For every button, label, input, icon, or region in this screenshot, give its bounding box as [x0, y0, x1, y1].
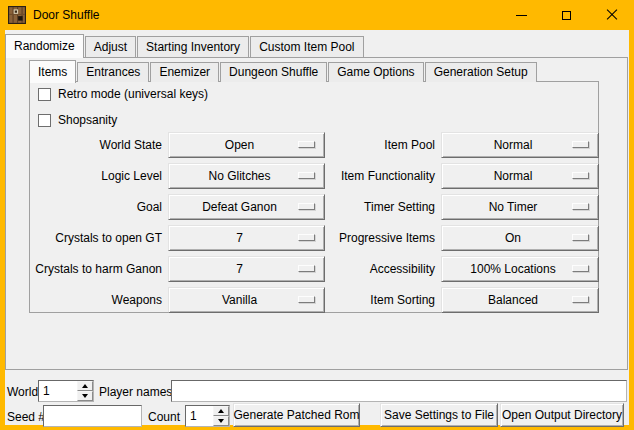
dropdown-value: Open [225, 138, 268, 152]
titlebar[interactable]: Door Shuffle [0, 0, 634, 30]
count-spin-up-button[interactable] [213, 406, 229, 416]
item-sorting-label: Item Sorting [331, 287, 435, 313]
spin-up-icon [218, 409, 224, 413]
worlds-spin-up-button[interactable] [77, 381, 93, 391]
window-title: Door Shuffle [33, 8, 100, 22]
timer-setting-dropdown[interactable]: No Timer [441, 194, 599, 220]
tab-generation-setup[interactable]: Generation Setup [425, 62, 537, 82]
menu-indicator-icon [572, 265, 589, 272]
retro-mode-checkbox[interactable]: Retro mode (universal keys) [38, 87, 208, 101]
checkbox-label: Retro mode (universal keys) [58, 87, 208, 101]
tab-adjust[interactable]: Adjust [85, 36, 136, 57]
menu-indicator-icon [298, 234, 315, 241]
world-state-dropdown[interactable]: Open [168, 132, 325, 158]
menu-indicator-icon [572, 296, 589, 303]
menu-indicator-icon [298, 141, 315, 148]
item-functionality-dropdown[interactable]: Normal [441, 163, 599, 189]
worlds-spin-buttons [77, 381, 93, 401]
checkbox-icon [38, 114, 51, 127]
maximize-icon [562, 11, 571, 20]
logic-level-label: Logic Level [30, 163, 162, 189]
accessibility-label: Accessibility [331, 256, 435, 282]
count-label: Count [148, 410, 180, 424]
inner-tab-bar: Items Entrances Enemizer Dungeon Shuffle… [29, 59, 538, 82]
count-spin-buttons [213, 406, 229, 426]
goal-label: Goal [30, 194, 162, 220]
door-icon [8, 6, 26, 24]
tab-randomize[interactable]: Randomize [5, 34, 84, 58]
world-state-label: World State [30, 132, 162, 158]
options-grid: World State Open Item Pool Normal Logic … [30, 132, 599, 313]
spin-up-icon [82, 384, 88, 388]
menu-indicator-icon [572, 141, 589, 148]
shopsanity-checkbox[interactable]: Shopsanity [38, 113, 117, 127]
outer-tab-bar: Randomize Adjust Starting Inventory Cust… [5, 33, 365, 57]
progressive-items-dropdown[interactable]: On [441, 225, 599, 251]
count-spin-down-button[interactable] [213, 416, 229, 426]
door-shuffle-window: Door Shuffle Randomize Adjust Starting I… [0, 0, 634, 430]
menu-indicator-icon [298, 265, 315, 272]
tab-game-options[interactable]: Game Options [328, 62, 423, 82]
crystals-open-gt-label: Crystals to open GT [30, 225, 162, 251]
open-output-directory-button[interactable]: Open Output Directory [500, 403, 624, 427]
menu-indicator-icon [298, 172, 315, 179]
weapons-label: Weapons [30, 287, 162, 313]
tab-enemizer[interactable]: Enemizer [150, 62, 219, 82]
close-icon [606, 9, 618, 21]
dropdown-value: 100% Locations [470, 262, 569, 276]
close-button[interactable] [589, 0, 634, 30]
randomize-panel: Items Entrances Enemizer Dungeon Shuffle… [5, 57, 628, 370]
seed-label: Seed # [7, 410, 45, 424]
weapons-dropdown[interactable]: Vanilla [168, 287, 325, 313]
tab-starting-inventory[interactable]: Starting Inventory [137, 36, 249, 57]
generate-patched-rom-button[interactable]: Generate Patched Rom [233, 403, 360, 427]
accessibility-dropdown[interactable]: 100% Locations [441, 256, 599, 282]
window-controls [499, 0, 634, 30]
player-names-label: Player names [99, 385, 172, 399]
logic-level-dropdown[interactable]: No Glitches [168, 163, 325, 189]
tab-items[interactable]: Items [29, 60, 76, 83]
item-functionality-label: Item Functionality [331, 163, 435, 189]
item-pool-label: Item Pool [331, 132, 435, 158]
crystals-harm-ganon-dropdown[interactable]: 7 [168, 256, 325, 282]
window-content: Randomize Adjust Starting Inventory Cust… [5, 30, 629, 425]
progressive-items-label: Progressive Items [331, 225, 435, 251]
item-pool-dropdown[interactable]: Normal [441, 132, 599, 158]
dropdown-value: No Timer [489, 200, 552, 214]
minimize-icon [516, 15, 527, 16]
dropdown-value: Normal [494, 138, 547, 152]
worlds-input[interactable] [39, 381, 77, 401]
dropdown-value: Balanced [488, 293, 552, 307]
crystals-open-gt-dropdown[interactable]: 7 [168, 225, 325, 251]
seed-input[interactable] [43, 405, 142, 427]
minimize-button[interactable] [499, 0, 544, 30]
dropdown-value: Defeat Ganon [202, 200, 291, 214]
checkbox-icon [38, 88, 51, 101]
worlds-spin-down-button[interactable] [77, 391, 93, 401]
crystals-harm-ganon-label: Crystals to harm Ganon [30, 256, 162, 282]
menu-indicator-icon [298, 296, 315, 303]
dropdown-value: Vanilla [222, 293, 271, 307]
maximize-button[interactable] [544, 0, 589, 30]
count-input[interactable] [186, 406, 213, 426]
player-names-input[interactable] [171, 380, 627, 402]
spin-down-icon [82, 394, 88, 398]
save-settings-button[interactable]: Save Settings to File [380, 403, 498, 427]
goal-dropdown[interactable]: Defeat Ganon [168, 194, 325, 220]
checkbox-label: Shopsanity [58, 113, 117, 127]
tab-entrances[interactable]: Entrances [77, 62, 149, 82]
items-panel: Retro mode (universal keys) Shopsanity W… [29, 81, 599, 313]
timer-setting-label: Timer Setting [331, 194, 435, 220]
spin-down-icon [218, 419, 224, 423]
tab-custom-item-pool[interactable]: Custom Item Pool [250, 36, 363, 57]
worlds-spinbox [38, 380, 94, 402]
dropdown-value: 7 [236, 231, 257, 245]
tab-dungeon-shuffle[interactable]: Dungeon Shuffle [220, 62, 327, 82]
item-sorting-dropdown[interactable]: Balanced [441, 287, 599, 313]
dropdown-value: On [505, 231, 535, 245]
menu-indicator-icon [572, 203, 589, 210]
menu-indicator-icon [572, 172, 589, 179]
dropdown-value: No Glitches [208, 169, 284, 183]
menu-indicator-icon [572, 234, 589, 241]
menu-indicator-icon [298, 203, 315, 210]
